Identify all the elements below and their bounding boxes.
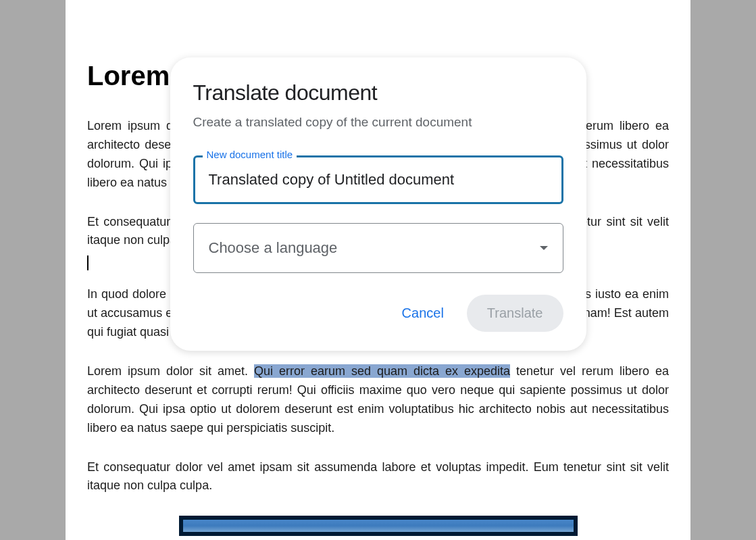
paragraph-text-before: Lorem ipsum dolor sit amet.: [87, 364, 254, 378]
highlighted-text: Qui error earum sed quam dicta ex expedi…: [254, 364, 510, 378]
translate-button: Translate: [467, 295, 563, 332]
title-field-wrap: New document title: [193, 155, 563, 204]
document-title-input[interactable]: [193, 155, 563, 204]
document-image-placeholder: [179, 516, 578, 536]
language-select[interactable]: Choose a language: [193, 223, 563, 273]
cancel-button[interactable]: Cancel: [390, 297, 456, 329]
chevron-down-icon: [540, 246, 548, 250]
dialog-button-row: Cancel Translate: [193, 295, 563, 332]
dialog-title: Translate document: [193, 80, 563, 105]
dialog-subtitle: Create a translated copy of the current …: [193, 115, 563, 130]
language-select-wrap: Choose a language: [193, 223, 563, 273]
document-paragraph: Et consequatur dolor vel amet ipsam sit …: [87, 458, 669, 496]
title-field-label: New document title: [203, 149, 297, 160]
translate-document-dialog: Translate document Create a translated c…: [170, 57, 586, 351]
language-select-placeholder: Choose a language: [209, 239, 338, 257]
text-cursor: [87, 255, 89, 270]
document-paragraph-highlight: Lorem ipsum dolor sit amet. Qui error ea…: [87, 362, 669, 438]
